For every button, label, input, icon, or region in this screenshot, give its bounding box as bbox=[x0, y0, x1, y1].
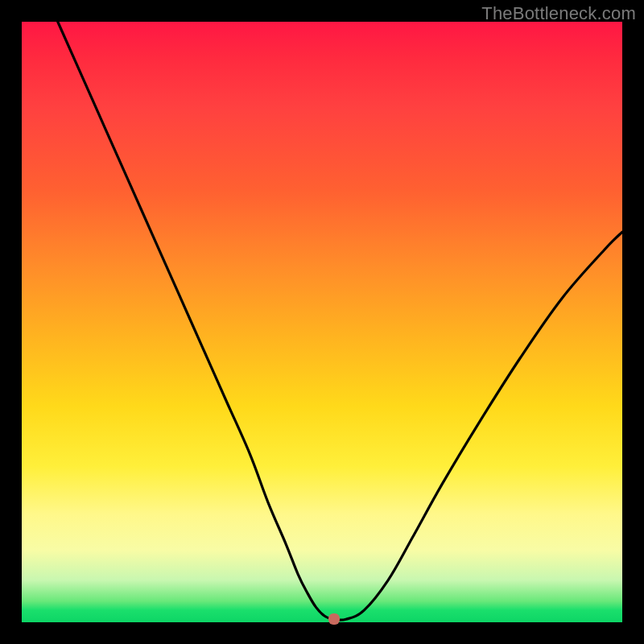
chart-frame: TheBottleneck.com bbox=[0, 0, 644, 644]
bottleneck-curve bbox=[22, 22, 622, 622]
plot-area bbox=[22, 22, 622, 622]
optimal-point-marker bbox=[328, 613, 340, 625]
